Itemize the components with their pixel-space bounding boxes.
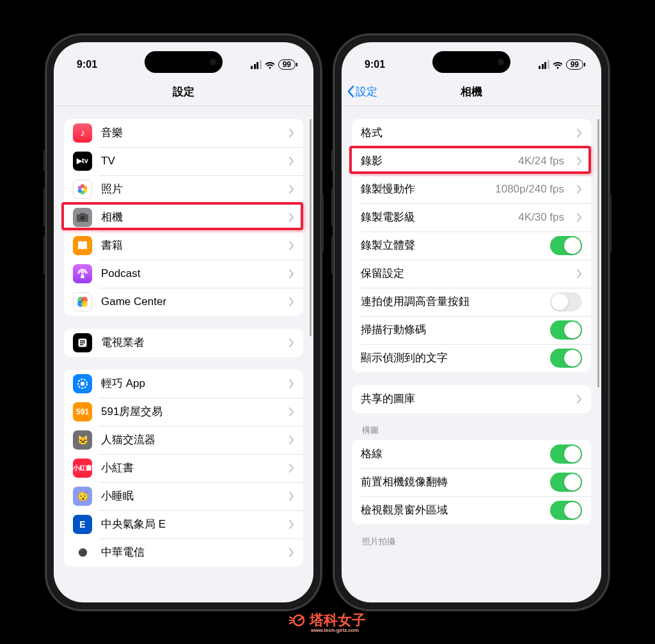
side-button <box>609 194 612 252</box>
settings-row[interactable]: 連拍使用調高音量按鈕 <box>352 288 591 316</box>
phone-left: 9:01 99 設定 ♪音樂▶tvTV照片相機書籍PodcastGame Cen… <box>46 35 321 610</box>
settings-row[interactable]: 保留設定 <box>352 260 591 288</box>
app591-icon: 591 <box>73 402 92 421</box>
svg-point-13 <box>81 301 88 307</box>
toggle-switch[interactable] <box>550 473 582 492</box>
row-label: 錄製立體聲 <box>361 238 541 253</box>
side-button <box>331 188 334 226</box>
settings-row[interactable]: 格線 <box>352 440 591 468</box>
settings-row[interactable]: 前置相機鏡像翻轉 <box>352 468 591 496</box>
toggle-switch[interactable] <box>550 501 582 520</box>
side-button <box>331 150 334 171</box>
row-label: 保留設定 <box>361 266 564 281</box>
settings-row-cwb[interactable]: E中央氣象局 E <box>64 510 303 538</box>
settings-row-xhs[interactable]: 小紅書小紅書 <box>64 454 303 482</box>
chevron-right-icon <box>577 157 582 166</box>
settings-row-photos[interactable]: 照片 <box>64 175 303 203</box>
appclips-icon <box>73 374 92 393</box>
settings-row-music[interactable]: ♪音樂 <box>64 119 303 147</box>
row-label: 591房屋交易 <box>101 404 276 419</box>
row-value: 1080p/240 fps <box>495 183 564 196</box>
settings-row[interactable]: 錄製立體聲 <box>352 232 591 260</box>
row-label: 輕巧 App <box>101 376 276 391</box>
row-label: 錄製慢動作 <box>361 182 486 196</box>
cellular-icon <box>539 60 549 69</box>
wifi-icon <box>265 61 275 68</box>
side-button <box>321 194 324 252</box>
settings-group: 電視業者 <box>64 329 303 357</box>
row-label: 書籍 <box>101 238 276 253</box>
wifi-icon <box>553 61 563 68</box>
scroll-indicator[interactable] <box>310 119 312 336</box>
svg-rect-17 <box>81 382 84 386</box>
settings-row[interactable]: 共享的圖庫 <box>352 385 591 413</box>
settings-row[interactable]: 掃描行動條碼 <box>352 316 591 344</box>
battery-indicator: 99 <box>566 59 583 70</box>
phone-right: 9:01 99 設定 相機 格式錄影4K/24 fps錄製慢動作1080p/24… <box>334 35 609 610</box>
toggle-switch[interactable] <box>550 236 582 255</box>
row-label: 小睡眠 <box>101 489 276 503</box>
camera-icon <box>73 208 92 227</box>
side-button <box>43 188 46 226</box>
chevron-right-icon <box>289 436 294 444</box>
settings-row-appclips[interactable]: 輕巧 App <box>64 370 303 398</box>
chevron-right-icon <box>289 157 294 166</box>
settings-row[interactable]: 格式 <box>352 119 591 147</box>
podcast-icon <box>73 264 92 283</box>
chevron-right-icon <box>289 297 294 306</box>
section-header: 照片拍攝 <box>352 524 591 551</box>
settings-row-app591[interactable]: 591591房屋交易 <box>64 398 303 426</box>
settings-row-books[interactable]: 書籍 <box>64 232 303 260</box>
settings-row-gamecenter[interactable]: Game Center <box>64 288 303 316</box>
svg-point-8 <box>81 216 85 220</box>
settings-row-camera[interactable]: 相機 <box>64 203 303 232</box>
settings-row[interactable]: 錄影4K/24 fps <box>352 147 591 175</box>
settings-row-cht[interactable]: ⚫中華電信 <box>64 538 303 567</box>
chevron-right-icon <box>289 338 294 347</box>
row-label: 錄影 <box>361 153 509 168</box>
chevron-right-icon <box>577 395 582 404</box>
settings-row[interactable]: 顯示偵測到的文字 <box>352 344 591 372</box>
chevron-right-icon <box>289 520 294 529</box>
settings-row[interactable]: 檢視觀景窗外區域 <box>352 496 591 524</box>
chevron-right-icon <box>289 269 294 278</box>
back-button[interactable]: 設定 <box>347 84 377 99</box>
side-button <box>331 236 334 274</box>
settings-row-tv[interactable]: ▶tvTV <box>64 147 303 175</box>
toggle-switch[interactable] <box>550 444 582 464</box>
status-time: 9:01 <box>77 59 97 70</box>
toggle-switch[interactable] <box>550 292 582 311</box>
chevron-right-icon <box>289 492 294 501</box>
chevron-right-icon <box>289 464 294 473</box>
toggle-switch[interactable] <box>550 320 582 340</box>
row-label: 照片 <box>101 182 276 196</box>
chevron-right-icon <box>289 213 294 222</box>
row-label: 格線 <box>361 446 541 461</box>
page-title: 設定 <box>173 84 194 99</box>
books-icon <box>73 236 92 255</box>
chevron-right-icon <box>289 548 294 557</box>
settings-row[interactable]: 錄製電影級4K/30 fps <box>352 203 591 232</box>
cellular-icon <box>251 60 262 69</box>
chevron-right-icon <box>577 213 582 222</box>
settings-row-podcast[interactable]: Podcast <box>64 260 303 288</box>
svg-point-9 <box>81 271 84 274</box>
nav-bar: 設定 相機 <box>342 78 601 106</box>
scroll-indicator[interactable] <box>597 119 599 388</box>
settings-row[interactable]: 錄製慢動作1080p/240 fps <box>352 175 591 203</box>
music-icon: ♪ <box>73 123 92 143</box>
row-label: TV <box>101 155 276 168</box>
sleep-icon: 😴 <box>73 487 92 506</box>
settings-row-sleep[interactable]: 😴小睡眠 <box>64 482 303 510</box>
settings-row-catapp[interactable]: 🐱人猫交流器 <box>64 426 303 454</box>
svg-line-19 <box>290 617 292 618</box>
watermark-icon <box>289 612 306 629</box>
cwb-icon: E <box>73 515 92 534</box>
battery-indicator: 99 <box>278 59 296 70</box>
toggle-switch[interactable] <box>550 349 582 368</box>
tvprovider-icon <box>73 333 92 352</box>
cht-icon: ⚫ <box>73 543 92 562</box>
settings-row-tvprovider[interactable]: 電視業者 <box>64 329 303 357</box>
status-time: 9:01 <box>365 59 385 70</box>
row-label: 格式 <box>361 125 564 140</box>
